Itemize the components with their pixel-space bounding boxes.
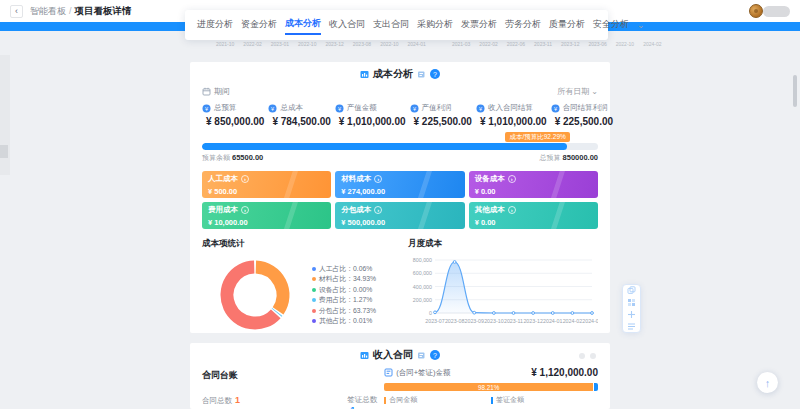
copy-icon[interactable] <box>627 286 636 295</box>
document-icon <box>384 368 393 377</box>
contract-amount-block: (合同+签证)金额 ¥ 1,120,000.00 98.21% 合同金额 ¥ 1… <box>384 367 598 409</box>
stat-total-cost: ¥总成本 ¥ 784,500.00 <box>268 103 330 127</box>
card-arrow-icon: › <box>241 206 249 214</box>
axis-date: 2022-02 <box>479 41 497 47</box>
tab-income-contract[interactable]: 收入合同 <box>329 16 365 34</box>
budget-remaining: 预算余额65500.00 <box>202 153 263 163</box>
user-menu-pill[interactable] <box>763 6 790 17</box>
panel-dots <box>579 353 596 359</box>
coin-icon: ¥ <box>202 104 211 113</box>
section-pin-icon[interactable] <box>417 70 426 79</box>
back-to-top-button[interactable]: ↑ <box>757 372 778 393</box>
legend-dot <box>312 309 316 313</box>
back-chevron-icon: ‹ <box>15 6 18 16</box>
ledger-title: 合同台账 <box>202 369 384 382</box>
cost-section-title: 成本分析 <box>373 67 413 81</box>
tab-expense-contract[interactable]: 支出合同 <box>373 16 409 34</box>
help-icon[interactable]: ? <box>430 69 440 79</box>
income-section-header: 收入合同 ? <box>202 348 598 362</box>
tab-procurement[interactable]: 采购分析 <box>417 16 453 34</box>
stat-total-budget: ¥总预算 ¥ 850,000.00 <box>202 103 264 127</box>
axis-date: 2022-10 <box>298 41 316 47</box>
list-icon[interactable] <box>627 322 636 331</box>
section-chart-icon <box>360 351 369 360</box>
tab-quality[interactable]: 质量分析 <box>549 16 585 34</box>
legend-visa-amount: 签证金额 ¥ 20,000.00 <box>491 395 598 409</box>
grid-icon[interactable] <box>627 298 636 307</box>
axis-date: 2022-10 <box>380 41 398 47</box>
vertical-scrollbar[interactable] <box>793 75 797 107</box>
sidebar-handle[interactable] <box>0 145 8 158</box>
back-button[interactable]: ‹ <box>10 5 23 18</box>
card-equipment-cost[interactable]: 设备成本› ¥ 0.00 <box>469 171 598 198</box>
donut-legend: 人工占比：0.06% 材料占比：34.93% 设备占比：0.00% 费用占比：1… <box>312 264 376 327</box>
analysis-tab-bar: 进度分析 资金分析 成本分析 收入合同 支出合同 采购分析 发票分析 劳务分析 … <box>185 10 608 40</box>
legend-equipment: 设备占比：0.00% <box>312 285 376 296</box>
arrow-up-icon: ↑ <box>765 377 771 389</box>
amount-value: ¥ 1,120,000.00 <box>531 367 598 378</box>
side-toolbar <box>622 284 641 333</box>
axis-date: 2023-12 <box>325 41 343 47</box>
tab-invoice[interactable]: 发票分析 <box>461 16 497 34</box>
plus-icon[interactable] <box>627 310 636 319</box>
tab-labor[interactable]: 劳务分析 <box>505 16 541 34</box>
donut-chart-title: 成本项统计 <box>202 238 394 250</box>
tab-funds[interactable]: 资金分析 <box>241 16 277 34</box>
budget-total: 总预算850000.00 <box>540 153 598 163</box>
tabs-overflow-chevron-icon[interactable]: ⌄ <box>637 21 645 30</box>
date-filter-dropdown[interactable]: 所有日期 ⌄ <box>557 86 598 97</box>
cost-stats-row: ¥总预算 ¥ 850,000.00 ¥总成本 ¥ 784,500.00 ¥产值金… <box>202 103 598 127</box>
cost-item-stats-block: 成本项统计 人工占比：0.06% 材料占比：34.93% 设备占比：0.00% … <box>202 238 394 334</box>
calendar-icon <box>202 87 211 96</box>
card-material-cost[interactable]: 材料成本› ¥ 274,000.00 <box>335 171 464 198</box>
cost-cards-grid: 人工成本› ¥ 500.00 材料成本› ¥ 274,000.00 设备成本› … <box>202 171 598 229</box>
contract-count: 合同总数1 <box>202 395 347 409</box>
axis-date: 2022-06 <box>507 41 525 47</box>
axis-date: 2023-01 <box>271 41 289 47</box>
legend-dot <box>312 267 316 271</box>
help-icon[interactable]: ? <box>430 350 440 360</box>
axis-date: 2022-02 <box>243 41 261 47</box>
period-label: 期间 <box>214 86 230 97</box>
legend-material: 材料占比：34.93% <box>312 274 376 285</box>
card-arrow-icon: › <box>374 206 382 214</box>
card-other-cost[interactable]: 其他成本› ¥ 0.00 <box>469 202 598 229</box>
budget-progress-fill <box>202 143 567 150</box>
svg-text:800,000: 800,000 <box>413 257 432 263</box>
coin-icon: ¥ <box>268 104 277 113</box>
svg-text:400,000: 400,000 <box>413 284 432 290</box>
legend-dot <box>312 277 316 281</box>
legend-tick <box>491 397 493 404</box>
income-content-row: 合同台账 合同总数1 签证总数1 (合同+签证)金额 ¥ 1,120,000.0… <box>202 367 598 409</box>
amount-label-group: (合同+签证)金额 <box>384 368 450 378</box>
svg-text:2023-09: 2023-09 <box>465 318 484 324</box>
income-section-title: 收入合同 <box>373 348 413 362</box>
legend-tick <box>384 397 386 404</box>
card-arrow-icon: › <box>508 206 516 214</box>
user-avatar[interactable] <box>749 4 763 18</box>
axis-date: 2023-11 <box>534 41 552 47</box>
svg-text:2023-08: 2023-08 <box>445 318 464 324</box>
monthly-cost-block: 月度成本 800,000600,000400,000200,00002023-0… <box>408 238 598 334</box>
visa-count: 签证总数1 <box>347 395 384 409</box>
card-arrow-icon: › <box>241 175 249 183</box>
area-chart-title: 月度成本 <box>408 238 598 250</box>
legend-labor: 人工占比：0.06% <box>312 264 376 275</box>
tab-cost[interactable]: 成本分析 <box>285 15 321 35</box>
card-expense-cost[interactable]: 费用成本› ¥ 10,000.00 <box>202 202 331 229</box>
card-arrow-icon: › <box>508 175 516 183</box>
card-subcontract-cost[interactable]: 分包成本› ¥ 500,000.00 <box>335 202 464 229</box>
card-labor-cost[interactable]: 人工成本› ¥ 500.00 <box>202 171 331 198</box>
legend-other: 其他占比：0.01% <box>312 316 376 327</box>
breadcrumb-root[interactable]: 智能看板 <box>30 5 66 18</box>
tab-safety[interactable]: 安全分析 <box>593 16 629 34</box>
period-filter-row: 期间 所有日期 ⌄ <box>202 86 598 97</box>
breadcrumb-separator: / <box>69 6 72 16</box>
stat-output-amount: ¥产值金额 ¥ 1,010,000.00 <box>335 103 406 127</box>
coin-icon: ¥ <box>410 104 419 113</box>
income-bar-legend: 合同金额 ¥ 1,100,000.00 签证金额 ¥ 20,000.00 <box>384 395 598 409</box>
tab-progress[interactable]: 进度分析 <box>197 16 233 34</box>
cost-section-header: 成本分析 ? <box>202 67 598 81</box>
chevron-down-icon: ⌄ <box>591 87 598 96</box>
section-pin-icon[interactable] <box>417 351 426 360</box>
